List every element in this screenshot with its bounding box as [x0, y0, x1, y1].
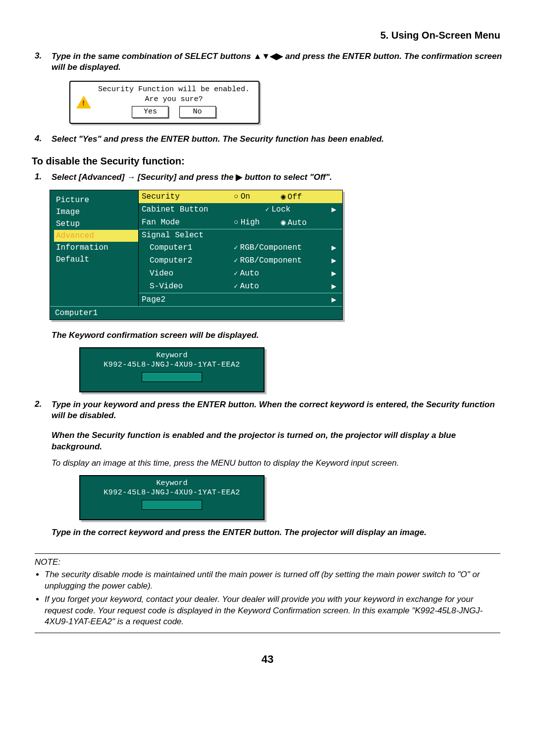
keyword-dialog: Keyword K992-45L8-JNGJ-4XU9-1YAT-EEA2 — [79, 347, 265, 392]
signal-video-value: Auto — [234, 269, 259, 278]
page2-label[interactable]: Page2 — [139, 293, 231, 306]
keyword-title: Keyword — [80, 479, 264, 487]
osd-menu-figure: Picture Image Setup Advanced Information… — [50, 190, 505, 320]
step-number: 1. — [30, 172, 52, 183]
blue-background-note: When the Security function is enabled an… — [52, 430, 505, 453]
final-instruction: Type in the correct keyword and press th… — [52, 527, 505, 539]
step-number: 4. — [30, 134, 52, 145]
chevron-right-icon[interactable]: ▶ — [325, 293, 342, 306]
page-number: 43 — [30, 653, 505, 666]
menu-item-setup[interactable]: Setup — [54, 218, 138, 230]
note-bullet-2: If you forget your keyword, contact your… — [45, 594, 500, 628]
step-4: 4. Select "Yes" and press the ENTER butt… — [30, 134, 505, 145]
keyword-title: Keyword — [80, 351, 264, 360]
keyword-input[interactable] — [142, 372, 202, 382]
step-text: Type in your keyword and press the ENTER… — [52, 399, 505, 421]
menu-item-default[interactable]: Default — [54, 254, 138, 266]
keyword-code: K992-45L8-JNGJ-4XU9-1YAT-EEA2 — [80, 488, 264, 497]
security-on-radio[interactable]: On — [234, 192, 250, 201]
keyword-dialog: Keyword K992-45L8-JNGJ-4XU9-1YAT-EEA2 — [79, 475, 265, 520]
menu-right-pane: Security On Off Cabinet Button Lock ▶ Fa… — [139, 190, 342, 306]
section-header: 5. Using On-Screen Menu — [30, 30, 505, 41]
menu-item-advanced[interactable]: Advanced — [54, 230, 138, 242]
chevron-right-icon[interactable]: ▶ — [325, 254, 342, 267]
keyword-input[interactable] — [142, 500, 202, 510]
fan-high-radio[interactable]: High — [234, 218, 260, 227]
no-button[interactable]: No — [179, 106, 216, 118]
step-number: 2. — [30, 399, 52, 421]
fan-auto-radio[interactable]: Auto — [281, 218, 307, 227]
signal-svideo-label: S-Video — [139, 280, 231, 293]
document-page: 5. Using On-Screen Menu 3. Type in the s… — [0, 0, 535, 756]
note-block: NOTE: The security disable mode is maint… — [35, 553, 500, 634]
menu-item-image[interactable]: Image — [54, 206, 138, 218]
confirmation-dialog: Security Function will be enabled. Are y… — [69, 81, 260, 124]
keyword-confirm-text: The Keyword confirmation screen will be … — [52, 330, 505, 341]
disable-step-2: 2. Type in your keyword and press the EN… — [30, 399, 505, 421]
arrow-glyphs-icon: ▲▼◀▶ — [253, 52, 283, 61]
menu-item-information[interactable]: Information — [54, 242, 138, 254]
cabinet-button-label: Cabinet Button — [139, 203, 231, 216]
menu-item-picture[interactable]: Picture — [54, 194, 138, 206]
cabinet-lock-value: Lock — [266, 205, 291, 214]
confirm-line-2: Are you sure? — [94, 95, 254, 105]
signal-computer2-label: Computer2 — [139, 254, 231, 267]
confirmation-dialog-figure: Security Function will be enabled. Are y… — [30, 81, 505, 124]
menu-status-bar: Computer1 — [50, 306, 342, 320]
right-arrow-icon: ▶ — [236, 172, 242, 182]
chevron-right-icon[interactable]: ▶ — [325, 203, 342, 216]
signal-computer2-value: RGB/Component — [234, 256, 302, 265]
disable-heading: To disable the Security function: — [30, 156, 505, 167]
signal-computer1-label: Computer1 — [139, 241, 231, 254]
keyword-code: K992-45L8-JNGJ-4XU9-1YAT-EEA2 — [80, 361, 264, 369]
disable-step-1: 1. Select [Advanced] → [Security] and pr… — [30, 172, 505, 183]
step-text: Type in the same combination of SELECT b… — [52, 51, 505, 73]
step-text: Select "Yes" and press the ENTER button.… — [52, 134, 505, 145]
menu-left-pane: Picture Image Setup Advanced Information… — [50, 190, 139, 306]
step-text: Select [Advanced] → [Security] and press… — [52, 172, 505, 183]
yes-button[interactable]: Yes — [132, 106, 168, 118]
security-off-radio[interactable]: Off — [281, 193, 302, 202]
chevron-right-icon[interactable]: ▶ — [325, 280, 342, 293]
step-number: 3. — [30, 51, 52, 73]
chevron-right-icon[interactable]: ▶ — [325, 241, 342, 254]
step-text-b: button to select "Off". — [242, 172, 332, 182]
note-label: NOTE: — [35, 557, 500, 568]
note-bullet-1: The security disable mode is maintained … — [45, 569, 500, 592]
step-text-a: Type in the same combination of SELECT b… — [52, 52, 253, 61]
keyword-dialog-figure-2: Keyword K992-45L8-JNGJ-4XU9-1YAT-EEA2 — [79, 475, 505, 520]
signal-video-label: Video — [139, 267, 231, 280]
step-3: 3. Type in the same combination of SELEC… — [30, 51, 505, 73]
confirm-line-1: Security Function will be enabled. — [94, 85, 254, 95]
signal-svideo-value: Auto — [234, 282, 259, 291]
warning-icon — [76, 96, 91, 108]
chevron-right-icon[interactable]: ▶ — [325, 267, 342, 280]
keyword-dialog-figure: Keyword K992-45L8-JNGJ-4XU9-1YAT-EEA2 — [79, 347, 505, 392]
fan-mode-label: Fan Mode — [139, 216, 231, 229]
display-image-note: To display an image at this time, press … — [52, 458, 505, 469]
security-label: Security — [139, 190, 231, 203]
step-text-a: Select [Advanced] → [Security] and press… — [52, 172, 236, 182]
signal-select-label: Signal Select — [139, 229, 231, 241]
signal-computer1-value: RGB/Component — [234, 243, 302, 252]
osd-menu: Picture Image Setup Advanced Information… — [50, 190, 343, 320]
